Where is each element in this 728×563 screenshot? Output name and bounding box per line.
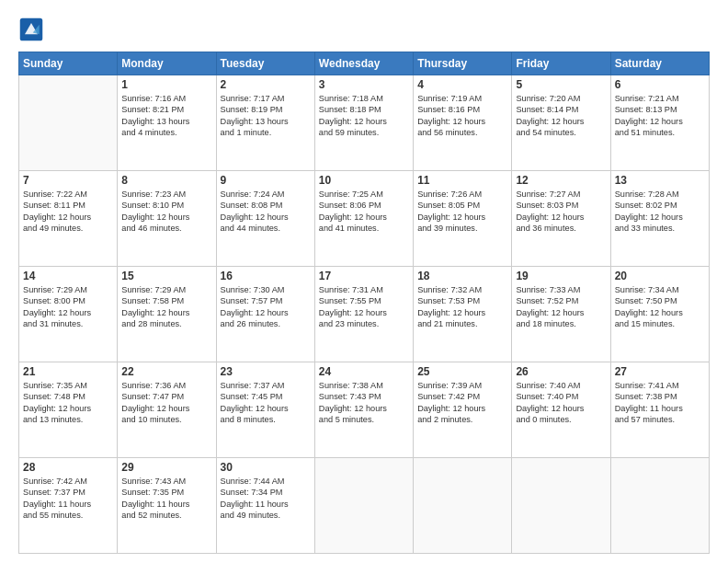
day-number: 27 [615,365,705,378]
day-info: Sunrise: 7:41 AMSunset: 7:38 PMDaylight:… [615,380,705,426]
day-info: Sunrise: 7:44 AMSunset: 7:34 PMDaylight:… [221,476,311,522]
day-cell: 7Sunrise: 7:22 AMSunset: 8:11 PMDaylight… [19,171,118,267]
logo [18,17,48,42]
day-number: 17 [319,270,409,282]
day-info: Sunrise: 7:18 AMSunset: 8:18 PMDaylight:… [319,93,409,139]
day-cell: 24Sunrise: 7:38 AMSunset: 7:43 PMDayligh… [314,362,413,458]
week-row-3: 14Sunrise: 7:29 AMSunset: 8:00 PMDayligh… [19,267,710,362]
header [18,17,710,42]
day-cell: 13Sunrise: 7:28 AMSunset: 8:02 PMDayligh… [610,171,709,267]
day-number: 13 [615,174,705,187]
day-cell: 27Sunrise: 7:41 AMSunset: 7:38 PMDayligh… [610,362,709,458]
day-info: Sunrise: 7:19 AMSunset: 8:16 PMDaylight:… [417,93,507,139]
day-number: 11 [417,174,507,187]
day-info: Sunrise: 7:40 AMSunset: 7:40 PMDaylight:… [516,380,606,426]
day-cell [314,458,413,554]
day-cell: 19Sunrise: 7:33 AMSunset: 7:52 PMDayligh… [512,267,610,362]
day-cell: 12Sunrise: 7:27 AMSunset: 8:03 PMDayligh… [512,171,610,267]
day-number: 25 [417,365,507,378]
day-cell: 2Sunrise: 7:17 AMSunset: 8:19 PMDaylight… [216,75,314,171]
day-info: Sunrise: 7:20 AMSunset: 8:14 PMDaylight:… [516,93,606,139]
day-info: Sunrise: 7:26 AMSunset: 8:05 PMDaylight:… [417,189,507,235]
day-cell: 16Sunrise: 7:30 AMSunset: 7:57 PMDayligh… [216,267,314,362]
week-row-2: 7Sunrise: 7:22 AMSunset: 8:11 PMDaylight… [19,171,710,267]
day-info: Sunrise: 7:24 AMSunset: 8:08 PMDaylight:… [221,189,311,235]
day-number: 5 [516,78,606,91]
day-info: Sunrise: 7:33 AMSunset: 7:52 PMDaylight:… [516,284,606,330]
day-info: Sunrise: 7:17 AMSunset: 8:19 PMDaylight:… [221,93,311,139]
day-info: Sunrise: 7:21 AMSunset: 8:13 PMDaylight:… [615,93,705,139]
day-info: Sunrise: 7:29 AMSunset: 7:58 PMDaylight:… [121,284,211,330]
day-info: Sunrise: 7:23 AMSunset: 8:10 PMDaylight:… [121,189,211,235]
day-number: 19 [516,270,606,282]
day-number: 24 [319,365,409,378]
day-number: 2 [221,78,311,91]
calendar-table: SundayMondayTuesdayWednesdayThursdayFrid… [18,52,710,554]
day-info: Sunrise: 7:42 AMSunset: 7:37 PMDaylight:… [23,476,113,522]
day-cell: 1Sunrise: 7:16 AMSunset: 8:21 PMDaylight… [118,75,216,171]
day-info: Sunrise: 7:31 AMSunset: 7:55 PMDaylight:… [319,284,409,330]
day-cell [414,458,512,554]
day-info: Sunrise: 7:36 AMSunset: 7:47 PMDaylight:… [121,380,211,426]
day-cell: 23Sunrise: 7:37 AMSunset: 7:45 PMDayligh… [216,362,314,458]
day-cell [610,458,709,554]
day-cell: 15Sunrise: 7:29 AMSunset: 7:58 PMDayligh… [118,267,216,362]
day-number: 6 [615,78,705,91]
day-info: Sunrise: 7:16 AMSunset: 8:21 PMDaylight:… [121,93,211,139]
day-number: 12 [516,174,606,187]
day-number: 16 [221,270,311,282]
week-row-4: 21Sunrise: 7:35 AMSunset: 7:48 PMDayligh… [19,362,710,458]
day-number: 22 [121,365,211,378]
day-number: 29 [121,461,211,474]
day-header-thursday: Thursday [414,52,512,75]
day-number: 18 [417,270,507,282]
day-info: Sunrise: 7:35 AMSunset: 7:48 PMDaylight:… [23,380,113,426]
day-cell: 21Sunrise: 7:35 AMSunset: 7:48 PMDayligh… [19,362,118,458]
page: SundayMondayTuesdayWednesdayThursdayFrid… [0,0,728,563]
week-row-1: 1Sunrise: 7:16 AMSunset: 8:21 PMDaylight… [19,75,710,171]
day-number: 10 [319,174,409,187]
logo-icon [18,17,44,42]
day-info: Sunrise: 7:34 AMSunset: 7:50 PMDaylight:… [615,284,705,330]
day-number: 4 [417,78,507,91]
day-cell: 29Sunrise: 7:43 AMSunset: 7:35 PMDayligh… [118,458,216,554]
day-header-monday: Monday [118,52,216,75]
day-info: Sunrise: 7:22 AMSunset: 8:11 PMDaylight:… [23,189,113,235]
day-info: Sunrise: 7:37 AMSunset: 7:45 PMDaylight:… [221,380,311,426]
day-cell: 20Sunrise: 7:34 AMSunset: 7:50 PMDayligh… [610,267,709,362]
day-cell [512,458,610,554]
day-header-sunday: Sunday [19,52,118,75]
calendar-header-row: SundayMondayTuesdayWednesdayThursdayFrid… [19,52,710,75]
day-cell: 17Sunrise: 7:31 AMSunset: 7:55 PMDayligh… [314,267,413,362]
day-cell: 3Sunrise: 7:18 AMSunset: 8:18 PMDaylight… [314,75,413,171]
day-number: 9 [221,174,311,187]
day-cell: 30Sunrise: 7:44 AMSunset: 7:34 PMDayligh… [216,458,314,554]
day-cell: 6Sunrise: 7:21 AMSunset: 8:13 PMDaylight… [610,75,709,171]
day-info: Sunrise: 7:43 AMSunset: 7:35 PMDaylight:… [121,476,211,522]
day-number: 20 [615,270,705,282]
day-cell: 9Sunrise: 7:24 AMSunset: 8:08 PMDaylight… [216,171,314,267]
day-number: 14 [23,270,113,282]
day-number: 30 [221,461,311,474]
day-number: 1 [121,78,211,91]
day-cell: 10Sunrise: 7:25 AMSunset: 8:06 PMDayligh… [314,171,413,267]
day-number: 15 [121,270,211,282]
day-info: Sunrise: 7:38 AMSunset: 7:43 PMDaylight:… [319,380,409,426]
day-number: 7 [23,174,113,187]
day-cell: 25Sunrise: 7:39 AMSunset: 7:42 PMDayligh… [414,362,512,458]
day-number: 28 [23,461,113,474]
day-cell [19,75,118,171]
day-number: 3 [319,78,409,91]
week-row-5: 28Sunrise: 7:42 AMSunset: 7:37 PMDayligh… [19,458,710,554]
day-number: 23 [221,365,311,378]
day-info: Sunrise: 7:25 AMSunset: 8:06 PMDaylight:… [319,189,409,235]
day-info: Sunrise: 7:28 AMSunset: 8:02 PMDaylight:… [615,189,705,235]
day-info: Sunrise: 7:27 AMSunset: 8:03 PMDaylight:… [516,189,606,235]
day-info: Sunrise: 7:30 AMSunset: 7:57 PMDaylight:… [221,284,311,330]
day-cell: 14Sunrise: 7:29 AMSunset: 8:00 PMDayligh… [19,267,118,362]
day-cell: 4Sunrise: 7:19 AMSunset: 8:16 PMDaylight… [414,75,512,171]
day-cell: 28Sunrise: 7:42 AMSunset: 7:37 PMDayligh… [19,458,118,554]
day-header-wednesday: Wednesday [314,52,413,75]
day-header-tuesday: Tuesday [216,52,314,75]
day-info: Sunrise: 7:39 AMSunset: 7:42 PMDaylight:… [417,380,507,426]
